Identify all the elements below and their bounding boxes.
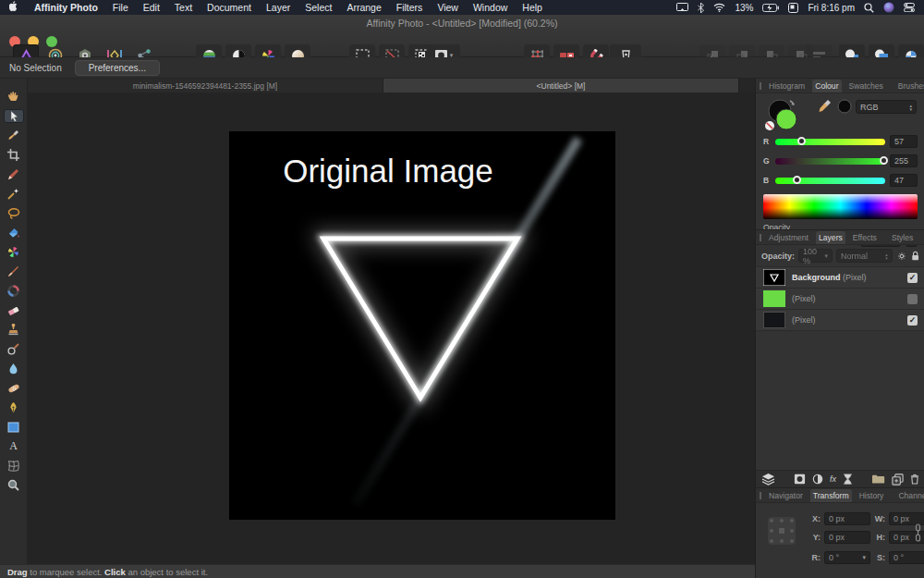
menu-item-arrange[interactable]: Arrange — [346, 2, 381, 13]
menu-item-view[interactable]: View — [437, 2, 458, 13]
gradient-tool[interactable] — [4, 245, 24, 259]
control-center-icon[interactable] — [904, 3, 915, 12]
zoom-tool[interactable] — [4, 478, 24, 492]
layer-visibility-checkbox[interactable]: ✓ — [907, 273, 918, 283]
text-tool[interactable]: A — [4, 439, 24, 453]
group-layers-folder-icon[interactable] — [871, 473, 885, 485]
layer-effects-fx-icon[interactable]: fx — [830, 474, 836, 484]
selection-brush-tool[interactable] — [4, 167, 24, 181]
green-slider[interactable] — [775, 158, 885, 165]
flood-select-tool[interactable] — [4, 187, 24, 201]
tab-layers[interactable]: Layers — [816, 231, 845, 244]
siri-icon[interactable] — [883, 2, 894, 13]
rotation-field-input[interactable]: 0 °▾ — [824, 551, 870, 564]
blend-mode-select[interactable]: Normal▴▾ — [836, 249, 893, 263]
blend-options-gear-icon[interactable] — [896, 250, 907, 263]
clone-stamp-tool[interactable] — [4, 323, 24, 337]
adjustment-layer-icon[interactable] — [812, 473, 823, 485]
add-pixel-layer-icon[interactable] — [892, 473, 904, 486]
spotlight-search-icon[interactable] — [864, 3, 874, 13]
mesh-warp-tool[interactable] — [4, 459, 24, 473]
layer-opacity-select[interactable]: 100 %▾ — [798, 249, 833, 263]
paint-brush-tool[interactable] — [4, 264, 24, 278]
tab-transform[interactable]: Transform — [810, 489, 852, 502]
tab-channels[interactable]: Channels — [895, 489, 924, 502]
screen-mirroring-icon[interactable] — [676, 3, 688, 12]
mixer-brush-tool[interactable] — [4, 284, 24, 298]
rectangle-tool[interactable] — [4, 420, 24, 434]
picked-colour-eyedropper-icon[interactable] — [817, 99, 832, 114]
y-field-input[interactable]: 0 px — [824, 531, 870, 544]
blue-slider-knob[interactable] — [793, 176, 801, 184]
document-tab-minimalism[interactable]: minimalism-1546592394481-2355.jpg [M] — [28, 79, 383, 92]
layer-row-green-pixel[interactable]: (Pixel) — [756, 289, 924, 310]
input-source-icon[interactable] — [788, 3, 798, 13]
menu-item-filters[interactable]: Filters — [396, 2, 423, 13]
erase-brush-tool[interactable] — [4, 303, 24, 317]
document-tab-untitled[interactable]: <Untitled> [M] — [383, 79, 739, 92]
bluetooth-icon[interactable] — [698, 3, 704, 13]
preferences-button[interactable]: Preferences... — [75, 60, 160, 76]
crop-tool[interactable] — [4, 148, 24, 162]
transform-anchor-selector[interactable] — [765, 514, 798, 547]
tab-histogram[interactable]: Histogram — [766, 80, 808, 92]
menu-clock[interactable]: Fri 8:16 pm — [808, 3, 855, 13]
menu-item-layer[interactable]: Layer — [266, 2, 290, 13]
red-slider-knob[interactable] — [797, 137, 806, 145]
blue-value-input[interactable]: 47 — [890, 174, 918, 187]
flood-fill-tool[interactable] — [4, 226, 24, 240]
red-slider[interactable] — [775, 139, 885, 145]
red-value-input[interactable]: 57 — [890, 135, 918, 148]
blur-brush-tool[interactable] — [4, 362, 24, 375]
tab-history[interactable]: History — [857, 489, 887, 502]
live-filter-icon[interactable] — [843, 473, 853, 485]
mask-layer-icon[interactable] — [794, 473, 806, 485]
link-dimensions-icon[interactable] — [915, 523, 921, 542]
tab-brushes[interactable]: Brushes — [895, 80, 924, 92]
menu-item-app[interactable]: Affinity Photo — [34, 2, 98, 13]
tab-adjustment[interactable]: Adjustment — [766, 231, 811, 244]
tab-navigator[interactable]: Navigator — [766, 489, 806, 502]
layer-visibility-checkbox[interactable] — [907, 294, 918, 304]
menu-item-select[interactable]: Select — [305, 2, 332, 13]
layer-visibility-checkbox[interactable]: ✓ — [907, 315, 918, 326]
freehand-selection-tool[interactable] — [4, 206, 24, 220]
editor-viewport[interactable]: Original Image — [28, 92, 755, 564]
edit-all-layers-icon[interactable] — [761, 473, 775, 486]
panel-drag-handle-icon[interactable] — [760, 234, 761, 241]
pen-tool[interactable] — [4, 400, 24, 414]
view-tool[interactable] — [4, 90, 24, 104]
green-slider-knob[interactable] — [880, 156, 888, 165]
tab-styles[interactable]: Styles — [889, 231, 916, 244]
colour-picker-tool[interactable] — [4, 129, 24, 142]
tab-swatches[interactable]: Swatches — [846, 80, 886, 92]
menu-item-help[interactable]: Help — [522, 2, 542, 13]
blue-slider[interactable] — [775, 178, 885, 184]
colour-spectrum-picker[interactable] — [763, 194, 918, 219]
dodge-brush-tool[interactable] — [4, 342, 24, 356]
tab-effects[interactable]: Effects — [850, 231, 880, 244]
fill-stroke-swatches[interactable] — [761, 97, 809, 134]
delete-layer-trash-icon[interactable] — [910, 473, 919, 485]
x-field-input[interactable]: 0 px — [824, 512, 870, 525]
move-tool[interactable] — [4, 109, 24, 123]
menu-item-window[interactable]: Window — [473, 2, 507, 13]
panel-drag-handle-icon[interactable] — [760, 492, 761, 499]
menu-item-edit[interactable]: Edit — [143, 2, 160, 13]
lock-layer-icon[interactable] — [911, 250, 919, 262]
colour-mode-stepper-icon[interactable]: ▴▾ — [909, 104, 912, 111]
green-value-input[interactable]: 255 — [890, 154, 918, 167]
tab-colour[interactable]: Colour — [812, 80, 841, 92]
menu-item-document[interactable]: Document — [207, 2, 251, 13]
shear-field-input[interactable]: 0 °▾ — [889, 551, 924, 564]
wifi-icon[interactable] — [713, 3, 725, 12]
canvas-document[interactable]: Original Image — [229, 131, 615, 520]
menu-item-file[interactable]: File — [113, 2, 128, 13]
apple-menu-icon[interactable] — [9, 1, 19, 15]
colour-mode-select[interactable]: RGB ▴▾ — [856, 100, 917, 114]
layer-row-background[interactable]: Background (Pixel) ✓ — [756, 267, 924, 289]
layer-row-dark-pixel[interactable]: (Pixel) ✓ — [756, 310, 924, 331]
panel-drag-handle-icon[interactable] — [760, 82, 761, 90]
picked-colour-swatch[interactable] — [837, 99, 852, 114]
healing-brush-tool[interactable] — [4, 381, 24, 395]
